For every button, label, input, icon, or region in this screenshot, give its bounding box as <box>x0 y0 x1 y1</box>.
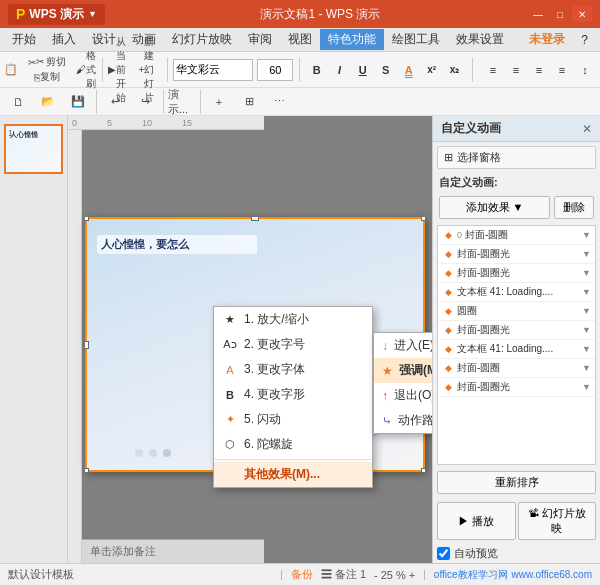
start-slideshow-button[interactable]: ▶从当前开始 <box>108 56 134 84</box>
menu-draw-tools[interactable]: 绘图工具 <box>384 29 448 50</box>
align-center-button[interactable]: ≡ <box>505 59 527 81</box>
animation-list-item[interactable]: ◆ 封面-圆圈光 ▼ <box>438 321 595 340</box>
canvas-area[interactable]: 051015 人心惶惶，要怎么 <box>68 116 432 563</box>
sub-emphasis[interactable]: ★ 强调(M) ▶ <box>374 358 432 383</box>
dots-button[interactable]: ⋯ <box>265 88 293 116</box>
resize-handle-bl[interactable] <box>85 468 89 472</box>
resize-handle-tl[interactable] <box>85 217 89 221</box>
zoom-in-button[interactable]: + <box>409 569 415 581</box>
ctx-flash[interactable]: ✦ 5. 闪动 <box>214 407 372 432</box>
redo-button[interactable]: ↪ <box>131 88 159 116</box>
slideshow-button[interactable]: 📽 幻灯片放映 <box>518 502 597 540</box>
website-url[interactable]: www.office68.com <box>512 569 592 580</box>
cut-button[interactable]: ✂✂ 剪切 <box>22 55 72 69</box>
copy-button[interactable]: ⎘ 复制 <box>22 70 72 84</box>
subscript-button[interactable]: x₂ <box>444 59 466 81</box>
resize-handle-tm[interactable] <box>251 217 259 221</box>
animation-list-item[interactable]: ◆ 0 封面-圆圈 ▼ <box>438 226 595 245</box>
ctx-fontstyle[interactable]: B 4. 更改字形 <box>214 382 372 407</box>
delete-effect-button[interactable]: 删除 <box>554 196 594 219</box>
anim-dropdown-icon[interactable]: ▼ <box>582 382 591 392</box>
minimize-button[interactable]: — <box>528 6 548 22</box>
ctx-spin[interactable]: ⬡ 6. 陀螺旋 <box>214 432 372 457</box>
slide-thumb-1[interactable]: 1 人心惶惶 <box>4 124 63 174</box>
format-brush-button[interactable]: 🖌格式刷 <box>76 56 96 84</box>
undo-button[interactable]: ↩ <box>101 88 129 116</box>
anim-dropdown-icon[interactable]: ▼ <box>582 268 591 278</box>
menu-view[interactable]: 视图 <box>280 29 320 50</box>
notes-area[interactable]: 单击添加备注 <box>82 539 264 563</box>
login-button[interactable]: 未登录 <box>521 29 573 50</box>
close-button[interactable]: ✕ <box>572 6 592 22</box>
auto-preview-checkbox[interactable] <box>437 547 450 560</box>
menu-insert[interactable]: 插入 <box>44 29 84 50</box>
animation-list-item[interactable]: ◆ 封面-圆圈光 ▼ <box>438 378 595 397</box>
website-label[interactable]: office教程学习网 <box>434 568 508 582</box>
menu-effect-settings[interactable]: 效果设置 <box>448 29 512 50</box>
align-left-button[interactable]: ≡ <box>482 59 504 81</box>
menu-slideshow[interactable]: 幻灯片放映 <box>164 29 240 50</box>
strikethrough-button[interactable]: S <box>375 59 397 81</box>
resize-handle-tr[interactable] <box>421 217 425 221</box>
zoom-out-button[interactable]: - <box>374 569 378 581</box>
animation-list-item[interactable]: ◆ 文本框 41: Loading.... ▼ <box>438 283 595 302</box>
superscript-button[interactable]: x² <box>421 59 443 81</box>
anim-dropdown-icon[interactable]: ▼ <box>582 249 591 259</box>
help-button[interactable]: ? <box>573 31 596 49</box>
menu-start[interactable]: 开始 <box>4 29 44 50</box>
anim-dropdown-icon[interactable]: ▼ <box>582 230 591 240</box>
logo-dropdown-icon[interactable]: ▼ <box>88 9 97 19</box>
open-button[interactable]: 📂 <box>34 88 62 116</box>
add-effect-button[interactable]: 添加效果 ▼ <box>439 196 550 219</box>
add-button[interactable]: + <box>205 88 233 116</box>
ctx-zoom[interactable]: ★ 1. 放大/缩小 <box>214 307 372 332</box>
font-size-input[interactable] <box>257 59 293 81</box>
grid-button[interactable]: ⊞ <box>235 88 263 116</box>
sub-motion-path[interactable]: ⤷ 动作路径(P) <box>374 408 432 433</box>
animation-list[interactable]: ◆ 0 封面-圆圈 ▼ ◆ 封面-圆圈光 ▼ ◆ 封面-圆圈光 ▼ ◆ 文本框 … <box>437 225 596 465</box>
animation-list-item[interactable]: ◆ 圆圈 ▼ <box>438 302 595 321</box>
sub-enter[interactable]: ↓ 进入(E) <box>374 333 432 358</box>
align-right-button[interactable]: ≡ <box>528 59 550 81</box>
font-color-button[interactable]: A <box>398 59 420 81</box>
ctx-font[interactable]: A 3. 更改字体 <box>214 357 372 382</box>
menu-special[interactable]: 特色功能 <box>320 29 384 50</box>
save-button[interactable]: 💾 <box>64 88 92 116</box>
anim-item-text: 封面-圆圈光 <box>457 266 579 280</box>
font-selector[interactable] <box>173 59 253 81</box>
paste-button[interactable]: 📋 <box>4 56 18 84</box>
select-pane-button[interactable]: ⊞ 选择窗格 <box>437 146 596 169</box>
bold-button[interactable]: B <box>306 59 328 81</box>
animation-list-item[interactable]: ◆ 文本框 41: Loading.... ▼ <box>438 340 595 359</box>
anim-type-icon: ◆ <box>442 381 454 393</box>
play-button[interactable]: ▶ 播放 <box>437 502 516 540</box>
panel-close-button[interactable]: ✕ <box>582 122 592 136</box>
italic-button[interactable]: I <box>329 59 351 81</box>
animation-list-item[interactable]: ◆ 封面-圆圈光 ▼ <box>438 264 595 283</box>
maximize-button[interactable]: □ <box>550 6 570 22</box>
new-slide-button[interactable]: +新建幻灯片 <box>139 56 161 84</box>
ctx-more-effects[interactable]: 其他效果(M)... <box>214 462 372 487</box>
sub-exit[interactable]: ↑ 退出(O) <box>374 383 432 408</box>
new-doc-button[interactable]: 🗋 <box>4 88 32 116</box>
animation-list-item[interactable]: ◆ 封面-圆圈光 ▼ <box>438 245 595 264</box>
secondary-toolbar: 🗋 📂 💾 ↩ ↪ 演示... + ⊞ ⋯ <box>0 88 600 116</box>
underline-button[interactable]: U <box>352 59 374 81</box>
align-justify-button[interactable]: ≡ <box>551 59 573 81</box>
resize-handle-ml[interactable] <box>85 341 89 349</box>
line-spacing-button[interactable]: ↕ <box>574 59 596 81</box>
anim-dropdown-icon[interactable]: ▼ <box>582 287 591 297</box>
sub-enter-label: 进入(E) <box>394 337 432 354</box>
reorder-button[interactable]: 重新排序 <box>437 471 596 494</box>
animation-list-item[interactable]: ◆ 封面-圆圈 ▼ <box>438 359 595 378</box>
anim-dropdown-icon[interactable]: ▼ <box>582 363 591 373</box>
resize-handle-br[interactable] <box>421 468 425 472</box>
menu-review[interactable]: 审阅 <box>240 29 280 50</box>
emphasis-icon: ★ <box>382 364 393 378</box>
anim-dropdown-icon[interactable]: ▼ <box>582 325 591 335</box>
ctx-fontsize[interactable]: Aↄ 2. 更改字号 <box>214 332 372 357</box>
anim-dropdown-icon[interactable]: ▼ <box>582 344 591 354</box>
anim-dropdown-icon[interactable]: ▼ <box>582 306 591 316</box>
backup-label[interactable]: 备份 <box>291 567 313 582</box>
wps-logo[interactable]: P WPS 演示 ▼ <box>8 4 105 25</box>
